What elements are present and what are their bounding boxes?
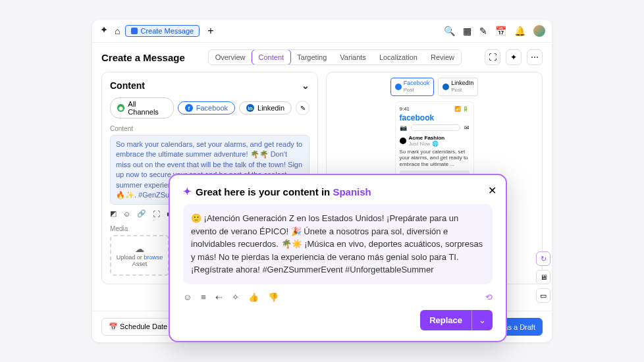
preview-tab-linkedin[interactable]: LinkedInPost [438,78,478,96]
camera-icon: 📷 [400,124,407,131]
content-label: Content [110,125,309,132]
emoji-tone-icon[interactable]: ☺ [183,292,192,302]
align-icon[interactable]: ≡ [201,292,206,302]
notifications-icon[interactable]: 🔔 [514,26,525,36]
chip-all-channels[interactable]: ◉All Channels [110,97,174,118]
edit-icon[interactable]: ✎ [479,26,487,36]
calendar-icon[interactable]: 📅 [495,26,506,36]
language-name: Spanish [333,186,371,197]
step-localization[interactable]: Localization [373,50,424,65]
brand-logo-icon [99,26,109,36]
linkedin-icon [443,84,449,90]
mobile-preview-icon[interactable]: ▭ [536,288,550,303]
header-actions: ⛶ ✦ ⋯ [485,49,543,65]
chip-facebook[interactable]: fFacebook [178,101,235,115]
facebook-logo-text: facebook [400,113,470,122]
edit-channels-icon[interactable]: ✎ [296,101,309,115]
preview-tabs: FacebookPost LinkedInPost [335,78,534,96]
link-icon[interactable]: 🔗 [137,209,146,218]
page-title: Create a Message [101,52,185,63]
preview-tab-facebook[interactable]: FacebookPost [390,78,435,96]
panel-title-row: Content ⌄ [110,80,309,91]
tab-create-message[interactable]: Create Message [125,25,200,37]
post-text: So mark your calendars, set your alarms,… [400,149,470,168]
bold-icon[interactable]: ◩ [110,209,117,218]
sparkle-icon: ✦ [183,186,192,197]
add-tab-icon[interactable]: + [207,25,213,37]
cloud-upload-icon: ☁ [135,244,144,254]
preview-device-switch: ↻ 🖥 ▭ [536,251,550,303]
more-icon[interactable]: ⋯ [527,49,543,65]
ai-translate-modal: ✦ Great here is your content in Spanish … [169,174,507,342]
puzzle-icon[interactable]: ✦ [506,49,522,65]
replace-button[interactable]: Replace [420,310,471,330]
facebook-icon: f [185,104,193,112]
page-avatar [400,138,406,144]
facebook-icon [395,84,402,90]
sitemap-icon[interactable]: ⛶ [485,49,500,65]
modal-toolbar: ☺ ≡ ⇠ ✧ 👍 👎 ⟲ [183,292,493,302]
globe-small-icon: 🌐 [432,141,439,147]
step-variants[interactable]: Variants [333,50,373,65]
linkedin-icon: in [246,104,254,112]
workflow-steps: Overview Content Targeting Variants Loca… [208,49,462,65]
tab-label: Create Message [140,27,194,35]
expand-icon[interactable]: ⛶ [153,210,160,218]
step-review[interactable]: Review [424,50,461,65]
step-content[interactable]: Content [252,49,292,65]
replace-button-group: Replace ⌄ [420,310,493,330]
apps-icon[interactable]: ▦ [463,26,471,36]
regenerate-icon[interactable]: ⟲ [485,292,493,302]
enhance-icon[interactable]: ✧ [232,292,239,302]
thumbs-down-icon[interactable]: 👎 [268,292,279,302]
topbar-right: 🔍 ▦ ✎ 📅 🔔 [444,25,545,37]
media-upload[interactable]: ☁ Upload or browse Asset [110,235,169,276]
message-icon [131,28,138,34]
refresh-preview-icon[interactable]: ↻ [536,251,550,266]
step-overview[interactable]: Overview [209,50,252,65]
chip-linkedin[interactable]: inLinkedin [239,101,292,115]
phone-status-icons: 📶 🔋 [454,106,469,112]
thumbs-up-icon[interactable]: 👍 [248,292,259,302]
home-icon[interactable]: ⌂ [115,26,120,36]
close-icon[interactable]: ✕ [488,184,496,197]
replace-dropdown[interactable]: ⌄ [471,310,493,330]
shorten-icon[interactable]: ⇠ [215,292,223,302]
step-targeting[interactable]: Targeting [290,50,333,65]
emoji-icon[interactable]: ☺ [123,210,130,218]
messenger-icon: ✉ [464,124,470,131]
globe-icon: ◉ [117,104,124,112]
browse-link[interactable]: browse [144,254,163,261]
phone-time: 9:41 [400,106,410,112]
channel-chips: ◉All Channels fFacebook inLinkedin ✎ [110,97,309,118]
content-heading: Content [110,80,145,91]
chevron-down-icon[interactable]: ⌄ [302,80,309,91]
desktop-preview-icon[interactable]: 🖥 [536,270,550,284]
page-header: Create a Message Overview Content Target… [92,43,552,72]
search-icon[interactable]: 🔍 [444,26,455,36]
user-avatar[interactable] [533,25,545,37]
top-bar: ⌂ Create Message + 🔍 ▦ ✎ 📅 🔔 [92,20,552,43]
search-bar [411,124,460,131]
translated-text: 🙂 ¡Atención Generación Z en los Estados … [183,204,493,284]
modal-title: ✦ Great here is your content in Spanish [183,186,493,197]
